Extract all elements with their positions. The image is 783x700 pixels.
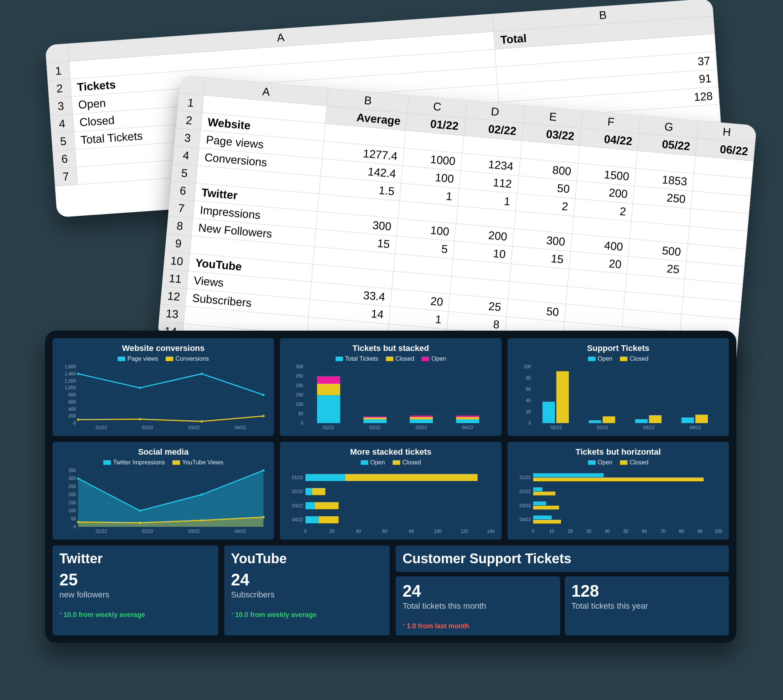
svg-text:01/22: 01/22 [292, 475, 303, 480]
stat-twitter: Twitter 25 new followers ˄10.0 from week… [53, 545, 218, 635]
stat-sub: Subscribers [231, 590, 383, 600]
svg-text:01/22: 01/22 [96, 529, 107, 534]
svg-text:03/22: 03/22 [416, 425, 427, 430]
row-num[interactable]: 4 [50, 114, 74, 133]
svg-text:10: 10 [549, 529, 554, 534]
svg-point-104 [77, 477, 79, 480]
stat-delta: ˄10.0 from weekly average [231, 611, 383, 619]
stat-tickets-month: 24 Total tickets this month ˄1.0 from la… [396, 577, 560, 635]
chart-legend: Open Closed [514, 355, 722, 362]
row-num[interactable]: 9 [165, 234, 191, 253]
legend-label: Conversions [175, 355, 209, 362]
legend-label: Total Tickets [345, 355, 378, 362]
svg-text:01/22: 01/22 [520, 475, 531, 480]
row-num[interactable]: 12 [160, 286, 187, 306]
svg-text:30: 30 [586, 529, 591, 534]
row-num[interactable]: 5 [52, 132, 75, 151]
svg-rect-51 [364, 419, 387, 423]
svg-text:04/22: 04/22 [690, 425, 701, 430]
svg-rect-49 [317, 383, 340, 395]
svg-text:40: 40 [605, 529, 610, 534]
svg-text:03/22: 03/22 [188, 425, 200, 430]
row-num[interactable]: 2 [48, 79, 72, 98]
svg-text:350: 350 [68, 468, 76, 473]
svg-rect-149 [533, 487, 543, 491]
svg-text:0: 0 [301, 420, 303, 426]
legend-label: Open [370, 459, 385, 466]
row-num[interactable]: 13 [159, 304, 185, 324]
stat-value: 24 [402, 582, 553, 600]
svg-rect-82 [681, 417, 693, 423]
chart-title: Website conversions [59, 343, 267, 353]
svg-rect-128 [305, 502, 315, 509]
svg-text:1,200: 1,200 [65, 378, 76, 383]
svg-text:70: 70 [660, 529, 665, 534]
row-num[interactable]: 6 [170, 181, 196, 201]
row-num[interactable]: 6 [53, 150, 76, 169]
stat-tickets-group: Customer Support Tickets 24 Total ticket… [396, 545, 729, 635]
svg-text:0: 0 [531, 529, 534, 534]
svg-text:50: 50 [623, 529, 628, 534]
legend-label: Open [431, 355, 446, 362]
svg-text:03/22: 03/22 [188, 529, 200, 534]
svg-point-29 [262, 415, 265, 417]
row-num[interactable]: 7 [168, 198, 195, 218]
caret-up-icon: ˄ [402, 623, 405, 629]
svg-text:60: 60 [642, 529, 647, 534]
svg-text:04/22: 04/22 [292, 517, 303, 522]
svg-text:100: 100 [715, 529, 722, 534]
svg-point-106 [201, 493, 203, 496]
svg-text:60: 60 [383, 529, 388, 534]
svg-rect-129 [315, 502, 338, 509]
row-num[interactable]: 3 [174, 128, 201, 148]
svg-text:1,000: 1,000 [65, 385, 76, 390]
svg-text:600: 600 [68, 399, 76, 405]
svg-text:0: 0 [528, 420, 531, 426]
svg-rect-126 [305, 488, 312, 495]
chart-legend: Twitter Impressions YouTube Views [59, 459, 267, 466]
row-num[interactable]: 11 [162, 269, 188, 289]
svg-text:01/22: 01/22 [323, 425, 335, 430]
svg-text:1,600: 1,600 [65, 364, 76, 369]
row-num[interactable]: 3 [49, 97, 73, 116]
svg-rect-153 [533, 515, 551, 519]
svg-text:04/22: 04/22 [235, 529, 246, 534]
row-num[interactable]: 2 [176, 110, 202, 130]
svg-text:40: 40 [356, 529, 362, 534]
chart-legend: Open Closed [287, 459, 495, 466]
stat-value: 25 [59, 570, 212, 589]
svg-text:0: 0 [304, 529, 307, 534]
svg-rect-57 [456, 419, 480, 423]
row-num[interactable]: 8 [167, 216, 193, 236]
svg-text:140: 140 [487, 529, 495, 534]
svg-text:50: 50 [71, 516, 76, 522]
svg-rect-151 [533, 502, 546, 505]
svg-rect-77 [556, 371, 568, 423]
svg-text:50: 50 [298, 411, 303, 416]
corner-cell[interactable] [45, 43, 69, 63]
chart-website-conversions: Website conversions Page views Conversio… [53, 338, 274, 436]
svg-text:300: 300 [296, 364, 303, 369]
svg-point-26 [77, 418, 79, 421]
svg-text:80: 80 [679, 529, 684, 534]
svg-text:04/22: 04/22 [462, 425, 473, 430]
stat-value: 24 [231, 570, 383, 589]
svg-text:01/22: 01/22 [550, 425, 562, 430]
svg-text:03/22: 03/22 [292, 503, 303, 508]
svg-rect-52 [364, 417, 387, 419]
svg-point-24 [201, 373, 203, 375]
row-num[interactable]: 7 [54, 167, 77, 186]
chart-support-tickets: Support Tickets Open Closed 020406080100… [508, 338, 729, 436]
svg-rect-152 [533, 506, 559, 510]
svg-text:80: 80 [526, 375, 531, 381]
row-num[interactable]: 1 [177, 93, 204, 113]
row-num[interactable]: 10 [163, 252, 190, 271]
stat-tickets-year: 128 Total tickets this year [565, 577, 729, 635]
svg-text:04/22: 04/22 [235, 425, 246, 430]
svg-rect-148 [533, 478, 704, 481]
legend-label: Page views [127, 355, 158, 362]
row-num[interactable]: 1 [47, 61, 70, 80]
svg-rect-48 [317, 395, 340, 423]
row-num[interactable]: 5 [171, 163, 198, 183]
row-num[interactable]: 4 [173, 146, 199, 166]
